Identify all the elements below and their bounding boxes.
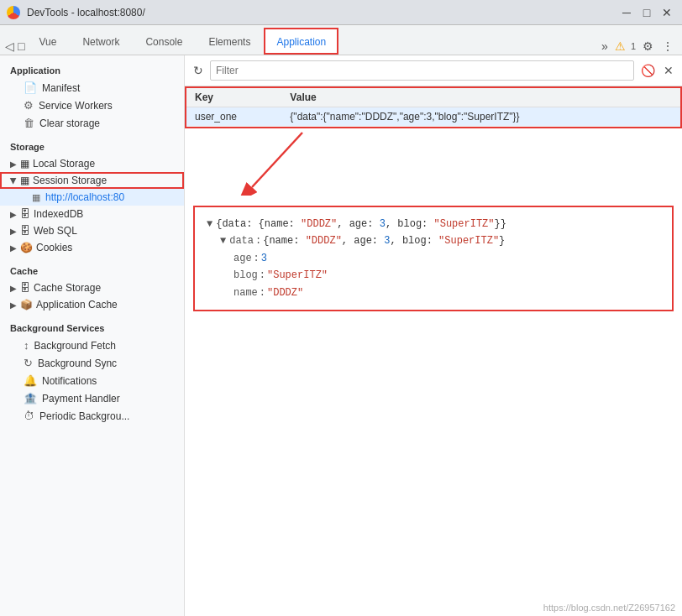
json-blog-key: blog bbox=[233, 267, 258, 284]
content-area: ↻ 🚫 ✕ Key Value user_one bbox=[185, 55, 682, 616]
sidebar-item-manifest[interactable]: 📄 Manifest bbox=[0, 79, 184, 97]
arrow-svg bbox=[235, 128, 403, 196]
sidebar-item-local-storage[interactable]: ▶ ▦ Local Storage bbox=[0, 155, 184, 172]
sidebar-label-periodic-background: Periodic Backgrou... bbox=[39, 410, 129, 422]
section-application: Application bbox=[0, 55, 184, 79]
local-storage-icon: ▦ bbox=[20, 158, 29, 170]
periodic-background-icon: ⏱ bbox=[24, 410, 34, 422]
tab-console[interactable]: Console bbox=[133, 28, 195, 55]
localhost-icon: ▦ bbox=[32, 192, 40, 203]
indexeddb-chevron: ▶ bbox=[10, 210, 17, 219]
svg-line-1 bbox=[252, 133, 302, 187]
sidebar: Application 📄 Manifest ⚙ Service Workers… bbox=[0, 55, 185, 616]
json-data-line: ▼ data: {name: "DDDZ", age: 3, blog: "Su… bbox=[207, 232, 660, 249]
tabbar: ◁ □ Vue Network Console Elements Applica… bbox=[0, 25, 682, 55]
sidebar-item-indexeddb[interactable]: ▶ 🗄 IndexedDB bbox=[0, 206, 184, 222]
maximize-button[interactable]: □ bbox=[638, 4, 655, 21]
json-age-key: age bbox=[233, 250, 252, 267]
main-content-scroll: Key Value user_one {"data":{"name":"DDDZ… bbox=[185, 86, 682, 616]
sidebar-item-cookies[interactable]: ▶ 🍪 Cookies bbox=[0, 239, 184, 256]
main-layout: Application 📄 Manifest ⚙ Service Workers… bbox=[0, 55, 682, 616]
section-background-services: Background Services bbox=[0, 313, 184, 337]
json-data-brace: {name: "DDDZ", age: 3, blog: "SuperITZ"} bbox=[263, 232, 505, 249]
section-cache: Cache bbox=[0, 256, 184, 279]
col-value: Value bbox=[281, 88, 680, 107]
sidebar-item-web-sql[interactable]: ▶ 🗄 Web SQL bbox=[0, 222, 184, 239]
more-options-icon[interactable]: ⋮ bbox=[660, 38, 675, 55]
json-age-line: age: 3 bbox=[207, 250, 660, 267]
session-storage-chevron: ▶ bbox=[9, 177, 18, 184]
cookies-chevron: ▶ bbox=[10, 243, 17, 253]
payment-handler-icon: 🏦 bbox=[24, 392, 37, 405]
json-root-expand[interactable]: ▼ bbox=[207, 216, 212, 232]
section-storage: Storage bbox=[0, 132, 184, 155]
watermark: https://blog.csdn.net/Z26957162 bbox=[543, 603, 675, 613]
storage-table: Key Value user_one {"data":{"name":"DDDZ… bbox=[186, 88, 680, 127]
overflow-icon[interactable]: » bbox=[600, 38, 610, 55]
sidebar-item-periodic-background[interactable]: ⏱ Periodic Backgrou... bbox=[0, 407, 184, 425]
filter-bar: ↻ 🚫 ✕ bbox=[185, 55, 682, 86]
json-blog-value: "SuperITZ" bbox=[267, 267, 328, 284]
cell-key: user_one bbox=[186, 107, 281, 127]
sidebar-item-clear-storage[interactable]: 🗑 Clear storage bbox=[0, 114, 184, 132]
sidebar-label-localhost: http://localhost:80 bbox=[45, 191, 124, 203]
cache-storage-icon: 🗄 bbox=[20, 282, 30, 294]
close-button[interactable]: ✕ bbox=[658, 4, 675, 21]
devtools-back-icon[interactable]: ◁ bbox=[3, 38, 16, 55]
sidebar-item-application-cache[interactable]: ▶ 📦 Application Cache bbox=[0, 296, 184, 313]
sidebar-item-cache-storage[interactable]: ▶ 🗄 Cache Storage bbox=[0, 279, 184, 296]
json-name-value: "DDDZ" bbox=[267, 285, 303, 301]
background-sync-icon: ↻ bbox=[24, 357, 33, 369]
sidebar-label-payment-handler: Payment Handler bbox=[42, 393, 120, 405]
service-workers-icon: ⚙ bbox=[24, 99, 34, 112]
col-key: Key bbox=[186, 88, 281, 107]
devtools-icon2[interactable]: □ bbox=[16, 38, 26, 55]
warning-count: 1 bbox=[631, 41, 636, 51]
tab-elements[interactable]: Elements bbox=[196, 28, 263, 55]
tab-network[interactable]: Network bbox=[70, 28, 132, 55]
sidebar-item-session-storage[interactable]: ▶ ▦ Session Storage bbox=[0, 172, 184, 189]
indexeddb-icon: 🗄 bbox=[20, 208, 30, 220]
storage-table-wrapper: Key Value user_one {"data":{"name":"DDDZ… bbox=[185, 86, 682, 128]
sidebar-item-background-fetch[interactable]: ↕ Background Fetch bbox=[0, 337, 184, 354]
manifest-icon: 📄 bbox=[24, 81, 37, 94]
json-data-expand[interactable]: ▼ bbox=[220, 232, 226, 249]
sidebar-item-payment-handler[interactable]: 🏦 Payment Handler bbox=[0, 389, 184, 407]
sidebar-item-notifications[interactable]: 🔔 Notifications bbox=[0, 372, 184, 389]
sidebar-item-localhost[interactable]: ▦ http://localhost:80 bbox=[0, 189, 184, 206]
tab-application[interactable]: Application bbox=[264, 28, 338, 55]
json-blog-line: blog: "SuperITZ" bbox=[207, 267, 660, 284]
sidebar-label-cookies: Cookies bbox=[36, 242, 72, 253]
chrome-icon bbox=[7, 6, 20, 19]
tab-vue[interactable]: Vue bbox=[26, 28, 69, 55]
tabbar-right-icons: » ⚠ 1 ⚙ ⋮ bbox=[593, 38, 682, 55]
sidebar-item-service-workers[interactable]: ⚙ Service Workers bbox=[0, 97, 184, 114]
notifications-icon: 🔔 bbox=[24, 374, 37, 387]
sidebar-label-background-fetch: Background Fetch bbox=[34, 340, 116, 352]
refresh-button[interactable]: ↻ bbox=[191, 62, 205, 79]
json-preview: ▼ {data: {name: "DDDZ", age: 3, blog: "S… bbox=[193, 206, 674, 311]
json-age-value: 3 bbox=[261, 250, 267, 267]
clear-filter-button[interactable]: ✕ bbox=[662, 62, 675, 79]
block-button[interactable]: 🚫 bbox=[639, 62, 657, 79]
table-row[interactable]: user_one {"data":{"name":"DDDZ","age":3,… bbox=[186, 107, 680, 127]
json-root-text: {data: {name: "DDDZ", age: 3, blog: "Sup… bbox=[216, 216, 506, 232]
local-storage-chevron: ▶ bbox=[10, 159, 17, 169]
sidebar-label-notifications: Notifications bbox=[42, 375, 97, 387]
json-name-key: name bbox=[233, 285, 258, 301]
json-root-line: ▼ {data: {name: "DDDZ", age: 3, blog: "S… bbox=[207, 216, 660, 232]
filter-input[interactable] bbox=[210, 60, 634, 81]
cache-storage-chevron: ▶ bbox=[10, 284, 17, 293]
arrow-area bbox=[185, 128, 682, 196]
minimize-button[interactable]: ─ bbox=[618, 4, 635, 21]
json-name-line: name: "DDDZ" bbox=[207, 285, 660, 301]
sidebar-label-clear-storage: Clear storage bbox=[39, 117, 100, 129]
sidebar-label-local-storage: Local Storage bbox=[33, 158, 95, 170]
warning-badge: ⚠ bbox=[615, 39, 626, 53]
web-sql-chevron: ▶ bbox=[10, 227, 17, 236]
web-sql-icon: 🗄 bbox=[20, 225, 30, 237]
sidebar-item-background-sync[interactable]: ↻ Background Sync bbox=[0, 354, 184, 372]
sidebar-label-background-sync: Background Sync bbox=[38, 358, 117, 369]
cell-value: {"data":{"name":"DDDZ","age":3,"blog":"S… bbox=[281, 107, 680, 127]
settings-icon[interactable]: ⚙ bbox=[641, 38, 655, 55]
